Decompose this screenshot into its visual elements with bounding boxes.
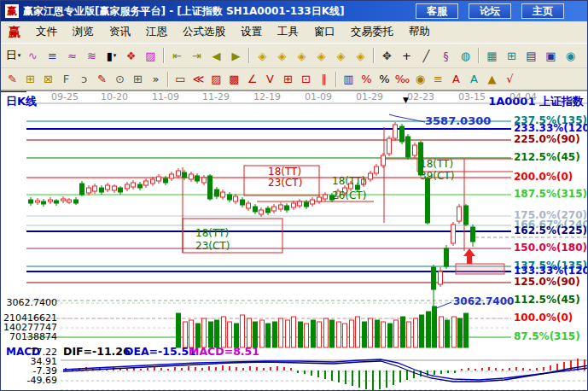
gann-diamond-1-icon-glyph: ◈ xyxy=(259,50,267,62)
gann-diamond-4-icon[interactable]: ◈ xyxy=(312,47,331,64)
gann-level-label: 162.5%(225) xyxy=(514,225,587,236)
circle-tool-icon[interactable]: ◍ xyxy=(457,47,475,64)
pct-lines-icon[interactable]: ‰ xyxy=(394,71,411,88)
gann-grid-gold2-icon[interactable]: ⊠ xyxy=(40,71,57,88)
a-updown-icon[interactable]: A xyxy=(448,71,465,88)
gold-lines-icon[interactable]: ≡ xyxy=(430,71,447,88)
vee-line-icon-glyph: V xyxy=(266,73,274,85)
toolbar-separator xyxy=(373,48,375,63)
candle-type-button[interactable]: ▮▾ xyxy=(102,47,121,64)
next-icon[interactable]: ▶ xyxy=(227,47,246,64)
calendar-icon[interactable]: ▦ xyxy=(483,47,502,64)
menu-item-工具[interactable]: 工具 xyxy=(270,25,306,39)
angle-line-icon[interactable]: ∠ xyxy=(244,71,261,88)
rect-tool-icon[interactable]: ▭ xyxy=(172,71,189,88)
menu-item-资讯[interactable]: 资讯 xyxy=(102,25,138,39)
date-tick-label: 10-20 xyxy=(101,92,128,102)
gann-diamond-6-icon-glyph: ◈ xyxy=(357,50,365,62)
menu-item-窗口[interactable]: 窗口 xyxy=(306,25,343,39)
grid-plain-icon[interactable]: ⊞ xyxy=(130,71,147,88)
hatch-box2-icon[interactable]: ▩ xyxy=(226,71,243,88)
date-tick-label: 01-29 xyxy=(356,92,383,102)
color-bars-icon-glyph: ▨ xyxy=(145,50,155,62)
date-tick-label: 12-19 xyxy=(253,92,281,102)
period-day-button[interactable]: 日▾ xyxy=(4,47,23,64)
date-tick-label: 11-09 xyxy=(152,92,179,102)
window-title: 赢家江恩专业版[赢家服务平台] - [上证指数 SH1A0001-133日K线] xyxy=(23,4,405,19)
forum-button[interactable]: 论坛 xyxy=(469,3,511,19)
home-button[interactable]: 主页 xyxy=(521,3,564,19)
dropdown-arrow-icon: ▾ xyxy=(114,52,117,59)
save-icon[interactable]: ▣ xyxy=(542,47,561,64)
k-flower-icon[interactable]: ❖ xyxy=(122,47,141,64)
hatch-box1-icon[interactable]: ▨ xyxy=(208,71,225,88)
menu-item-文件[interactable]: 文件 xyxy=(28,25,65,39)
gann-grid-f-icon[interactable]: F xyxy=(58,71,75,88)
spiral-icon[interactable]: ɔ xyxy=(76,71,93,88)
circle-grid-icon[interactable]: ⊙ xyxy=(112,71,129,88)
curve-pattern-icon[interactable]: ∿ xyxy=(24,47,43,64)
gann-diamond-5-icon[interactable]: ◈ xyxy=(332,47,351,64)
pen-grid-icon[interactable]: ✎ xyxy=(94,71,111,88)
service-button[interactable]: 客服 xyxy=(416,3,458,19)
gann-diamond-3-icon[interactable]: ◈ xyxy=(293,47,311,64)
gann-level-label: 87.5%(315) xyxy=(514,331,580,342)
calculator-icon[interactable]: ⊞ xyxy=(503,47,521,64)
pen-icon-glyph: ✎ xyxy=(8,73,17,85)
hatch-box1-icon-glyph: ▨ xyxy=(211,73,221,85)
pct-triangle-icon[interactable]: % xyxy=(358,71,376,88)
ribbon-icon[interactable]: § xyxy=(437,47,456,64)
gold-circle-icon[interactable]: ◉ xyxy=(412,71,429,88)
notepad-icon-glyph: ▤ xyxy=(526,50,536,62)
more-tools-icon[interactable]: » xyxy=(148,71,165,88)
notepad-icon[interactable]: ▤ xyxy=(522,47,541,64)
pen-icon[interactable]: ✎ xyxy=(4,71,21,88)
fan-lines-icon[interactable]: ≪ xyxy=(190,71,207,88)
gann-count-label: 39(CT) xyxy=(420,171,454,182)
gann-count-label: 18(TT) xyxy=(195,228,229,239)
first-page-icon[interactable]: ⇤ xyxy=(168,47,187,64)
wave-9-icon[interactable]: ≋ xyxy=(83,47,102,64)
menu-item-江恩[interactable]: 江恩 xyxy=(138,25,175,39)
gann-diamond-2-icon[interactable]: ◈ xyxy=(273,47,292,64)
vee-line-icon[interactable]: V xyxy=(262,71,279,88)
macd-hist-value: MACD=8.51 xyxy=(189,346,259,358)
web-icon-glyph: ◉ xyxy=(566,50,575,62)
menu-item-浏览[interactable]: 浏览 xyxy=(65,25,102,39)
last-page-icon[interactable]: ⇥ xyxy=(188,47,207,64)
slashes-icon[interactable]: ∥ xyxy=(316,71,333,88)
menu-item-设置[interactable]: 设置 xyxy=(233,25,270,39)
trendline-icon[interactable]: ╱ xyxy=(417,47,436,64)
gann-grid-gold1-icon[interactable]: ⊞ xyxy=(22,71,39,88)
blue-bars-icon[interactable]: ▥ xyxy=(341,71,358,88)
j-line-icon[interactable]: √ xyxy=(502,71,519,88)
menu-item-帮助[interactable]: 帮助 xyxy=(401,25,438,39)
gann-diamond-1-icon[interactable]: ◈ xyxy=(253,47,272,64)
angle-line-icon-glyph: ∠ xyxy=(247,73,258,85)
wave-3-icon[interactable]: ≈ xyxy=(63,47,82,64)
date-tick-label: 09-25 xyxy=(51,92,79,102)
menu-item-公式选股[interactable]: 公式选股 xyxy=(175,25,233,39)
period-day-button-glyph: 日 xyxy=(6,48,17,63)
a-wave-icon-glyph: A xyxy=(470,73,478,85)
gann-level-label: 150.0%(180) xyxy=(514,242,587,254)
gann-count-label: 23(CT) xyxy=(268,178,302,189)
gann-level-label: 112.5%(45) xyxy=(514,295,580,306)
a-wave-icon[interactable]: A xyxy=(466,71,483,88)
grid-red-icon[interactable]: ⊞ xyxy=(280,71,297,88)
menu-item-交易委托[interactable]: 交易委托 xyxy=(343,25,401,39)
prev-icon[interactable]: ◀ xyxy=(207,47,226,64)
gann-diamond-6-icon[interactable]: ◈ xyxy=(352,47,370,64)
gold-triangle-icon[interactable]: ▲ xyxy=(484,71,501,88)
crosshair-icon[interactable]: + xyxy=(398,47,416,64)
color-bars-icon[interactable]: ▨ xyxy=(142,47,160,64)
web-icon[interactable]: ◉ xyxy=(562,47,580,64)
pct-icon[interactable]: % xyxy=(376,71,393,88)
grid-red2-icon[interactable]: ⊡ xyxy=(298,71,315,88)
gann-grid-gold1-icon-glyph: ⊞ xyxy=(26,73,35,85)
hand-tool-icon[interactable]: ✥ xyxy=(378,47,397,64)
date-tick-label: 03-15 xyxy=(458,92,486,102)
circle-tool-icon-glyph: ◍ xyxy=(461,50,470,62)
pct-triangle-icon-glyph: % xyxy=(361,73,371,85)
info-list-icon[interactable]: ≡ xyxy=(44,47,62,64)
